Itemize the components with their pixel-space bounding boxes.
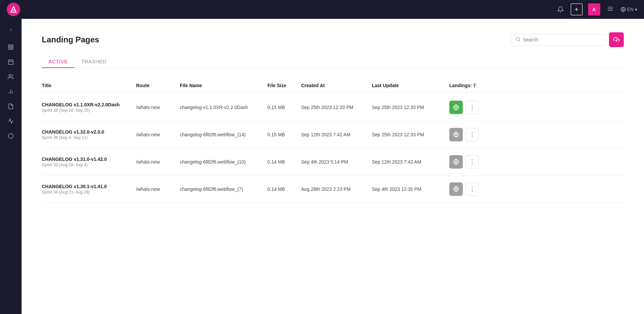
upload-button[interactable] (609, 32, 624, 47)
cell-created-0: Sep 25th 2023 12:33 PM (301, 105, 372, 110)
page-header: Landing Pages (42, 32, 624, 47)
sidebar-item-users[interactable] (4, 70, 18, 83)
more-button-1[interactable]: ⋮ (465, 128, 479, 141)
search-input[interactable] (523, 37, 600, 42)
cell-actions-3: ⋮ (449, 182, 503, 196)
svg-rect-6 (11, 45, 13, 46)
cell-created-3: Aug 28th 2023 2:23 PM (301, 186, 372, 192)
tab-trashed[interactable]: TRASHED (74, 55, 113, 68)
sidebar-item-analytics[interactable] (4, 114, 18, 128)
col-last-update: Last Update (372, 83, 449, 88)
globe-button-2[interactable] (449, 155, 463, 169)
cell-filename-2: changelog-6f82f6.webflow_(10) (180, 159, 267, 165)
globe-button-1[interactable] (449, 128, 463, 141)
cell-updated-0: Sep 25th 2023 12:33 PM (372, 105, 449, 110)
sidebar-toggle[interactable]: › (4, 23, 18, 36)
cell-updated-2: Sep 12th 2023 7:42 AM (372, 159, 449, 165)
col-filesize: File Size (267, 83, 301, 88)
cell-created-2: Sep 4th 2023 5:14 PM (301, 159, 372, 165)
top-navigation: + A EN ▾ (0, 0, 644, 19)
sidebar-item-documents[interactable] (4, 100, 18, 113)
add-button[interactable]: + (571, 3, 583, 15)
main-layout: › (0, 19, 644, 314)
table-row: CHANGELOG v1.1.0XR-v2.2.0Dash Sprint 38 … (42, 94, 624, 121)
cell-filesize-1: 0.15 MB (267, 132, 301, 137)
col-title: Title (42, 83, 136, 88)
cell-filename-3: changelog-6f82f6.webflow_(7) (180, 186, 267, 192)
cell-created-1: Sep 12th 2023 7:42 AM (301, 132, 372, 137)
svg-rect-8 (8, 48, 10, 49)
sidebar-item-packages[interactable] (4, 129, 18, 143)
table-header: Title Route File Name File Size Created … (42, 79, 624, 93)
page-title: Landing Pages (42, 35, 99, 44)
cell-title-1: CHANGELOG v1.32.0-v2.0.0 Sprint 36 (Sep … (42, 129, 136, 140)
sidebar: › (0, 19, 22, 314)
cell-updated-3: Sep 4th 2023 12:35 PM (372, 186, 449, 192)
topnav-left (7, 3, 20, 16)
language-selector[interactable]: EN ▾ (620, 7, 637, 12)
cell-filesize-3: 0.14 MB (267, 186, 301, 192)
tabs: ACTIVE TRASHED (42, 55, 624, 68)
tab-active[interactable]: ACTIVE (42, 55, 74, 68)
svg-point-17 (516, 37, 519, 40)
more-button-3[interactable]: ⋮ (465, 182, 479, 196)
language-label: EN (627, 7, 634, 12)
col-route: Route (136, 83, 180, 88)
header-actions (511, 32, 624, 47)
topnav-right: + A EN ▾ (556, 3, 637, 15)
cell-filesize-2: 0.14 MB (267, 159, 301, 165)
col-created-at: Created At (301, 83, 372, 88)
cell-route-0: /whats-new (136, 105, 180, 110)
col-filename: File Name (180, 83, 267, 88)
cell-actions-2: ⋮ (449, 155, 503, 169)
search-box (511, 34, 605, 46)
col-landings: Landings: 7 (449, 83, 503, 88)
svg-point-13 (9, 74, 11, 76)
cell-route-1: /whats-new (136, 132, 180, 137)
svg-rect-5 (8, 45, 10, 46)
cell-filename-1: changelog-6f82f6.webflow_(14) (180, 132, 267, 137)
cell-route-2: /whats-new (136, 159, 180, 165)
cell-title-3: CHANGELOG v1.30.1-v1.41.0 Sprint 34 (Aug… (42, 184, 136, 195)
menu-button[interactable] (606, 4, 615, 15)
globe-button-0[interactable] (449, 101, 463, 114)
cell-title-0: CHANGELOG v1.1.0XR-v2.2.0Dash Sprint 38 … (42, 102, 136, 113)
more-button-0[interactable]: ⋮ (465, 101, 479, 114)
table-row: CHANGELOG v1.31.0-v1.42.0 Sprint 35 (Aug… (42, 148, 624, 176)
sidebar-item-dashboard[interactable] (4, 40, 18, 54)
more-button-2[interactable]: ⋮ (465, 155, 479, 169)
cell-actions-1: ⋮ (449, 128, 503, 141)
svg-line-18 (519, 40, 520, 41)
cell-filename-0: changelog-v1.1.0XR-v2.2.0Dash (180, 105, 267, 110)
sidebar-item-calendar[interactable] (4, 55, 18, 69)
avatar[interactable]: A (588, 3, 600, 15)
notifications-button[interactable] (556, 5, 565, 14)
cell-filesize-0: 0.15 MB (267, 105, 301, 110)
cell-route-3: /whats-new (136, 186, 180, 192)
svg-rect-9 (8, 60, 13, 65)
table-row: CHANGELOG v1.32.0-v2.0.0 Sprint 36 (Sep … (42, 121, 624, 148)
table: Title Route File Name File Size Created … (42, 79, 624, 203)
main-content: Landing Pages (22, 19, 644, 314)
sidebar-item-reports[interactable] (4, 85, 18, 98)
cell-actions-0: ⋮ (449, 101, 503, 114)
svg-rect-7 (11, 48, 13, 49)
table-row: CHANGELOG v1.30.1-v1.41.0 Sprint 34 (Aug… (42, 176, 624, 203)
globe-button-3[interactable] (449, 182, 463, 196)
logo[interactable] (7, 3, 20, 16)
search-icon (516, 37, 520, 43)
cell-updated-1: Sep 25th 2023 12:33 PM (372, 132, 449, 137)
cell-title-2: CHANGELOG v1.31.0-v1.42.0 Sprint 35 (Aug… (42, 156, 136, 167)
